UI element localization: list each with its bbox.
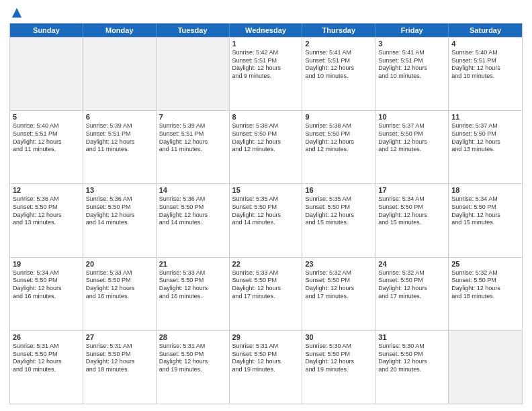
cell-info-line: and 10 minutes. (305, 73, 372, 81)
day-number: 4 (451, 40, 519, 48)
cell-info-line: Daylight: 12 hours (13, 138, 80, 146)
cell-info-line: Sunrise: 5:39 AM (159, 122, 226, 130)
cell-info-line: Daylight: 12 hours (13, 358, 80, 366)
day-number: 9 (305, 113, 372, 121)
cell-info-line: and 17 minutes. (378, 293, 445, 301)
day-number: 30 (305, 333, 372, 341)
day-number: 27 (86, 333, 153, 341)
day-number: 18 (451, 186, 519, 194)
cell-info-line: Sunrise: 5:36 AM (86, 195, 153, 203)
day-cell-29: 29Sunrise: 5:31 AMSunset: 5:50 PMDayligh… (230, 331, 303, 404)
weekday-header-wednesday: Wednesday (230, 24, 303, 37)
day-cell-11: 11Sunrise: 5:37 AMSunset: 5:50 PMDayligh… (449, 111, 522, 183)
day-cell-9: 9Sunrise: 5:38 AMSunset: 5:50 PMDaylight… (302, 111, 375, 183)
cell-info-line: and 18 minutes. (13, 366, 80, 374)
day-number: 15 (232, 186, 300, 194)
cell-info-line: and 14 minutes. (86, 219, 153, 227)
cell-info-line: Daylight: 12 hours (232, 358, 300, 366)
cell-info-line: Sunset: 5:50 PM (159, 351, 226, 359)
cell-info-line: Sunset: 5:50 PM (451, 203, 519, 212)
cell-info-line: Sunrise: 5:33 AM (159, 269, 226, 277)
cell-info-line: Sunrise: 5:32 AM (378, 269, 445, 277)
cell-info-line: Sunset: 5:50 PM (232, 277, 300, 285)
cell-info-line: Daylight: 12 hours (451, 138, 519, 146)
cell-info-line: and 13 minutes. (451, 146, 519, 154)
day-cell-6: 6Sunrise: 5:39 AMSunset: 5:51 PMDaylight… (83, 111, 157, 183)
calendar-row-3: 19Sunrise: 5:34 AMSunset: 5:50 PMDayligh… (10, 257, 522, 330)
day-number: 22 (232, 260, 300, 268)
cell-info-line: and 12 minutes. (232, 146, 300, 154)
cell-info-line: Sunrise: 5:30 AM (305, 342, 372, 351)
cell-info-line: Sunrise: 5:34 AM (451, 195, 519, 203)
cell-info-line: Sunset: 5:50 PM (378, 203, 445, 212)
cell-info-line: and 11 minutes. (159, 146, 226, 154)
cell-info-line: Daylight: 12 hours (305, 358, 372, 366)
cell-info-line: Daylight: 12 hours (378, 212, 445, 220)
weekday-header-friday: Friday (375, 24, 449, 37)
cell-info-line: Sunrise: 5:35 AM (232, 195, 300, 203)
day-cell-4: 4Sunrise: 5:40 AMSunset: 5:51 PMDaylight… (449, 38, 522, 110)
cell-info-line: Daylight: 12 hours (86, 212, 153, 220)
day-cell-1: 1Sunrise: 5:42 AMSunset: 5:51 PMDaylight… (230, 38, 303, 110)
cell-info-line: Daylight: 12 hours (378, 285, 445, 293)
day-cell-25: 25Sunrise: 5:32 AMSunset: 5:50 PMDayligh… (449, 258, 522, 330)
cell-info-line: and 18 minutes. (86, 366, 153, 374)
cell-info-line: and 19 minutes. (232, 366, 300, 374)
cell-info-line: and 15 minutes. (378, 219, 445, 227)
day-number: 13 (86, 186, 153, 194)
cell-info-line: and 11 minutes. (86, 146, 153, 154)
cell-info-line: and 16 minutes. (159, 293, 226, 301)
cell-info-line: Sunrise: 5:31 AM (159, 342, 226, 351)
day-cell-18: 18Sunrise: 5:34 AMSunset: 5:50 PMDayligh… (449, 184, 522, 257)
cell-info-line: Sunrise: 5:32 AM (451, 269, 519, 277)
cell-info-line: Sunset: 5:51 PM (232, 57, 300, 65)
cell-info-line: Daylight: 12 hours (159, 285, 226, 293)
day-cell-3: 3Sunrise: 5:41 AMSunset: 5:51 PMDaylight… (375, 38, 449, 110)
cell-info-line: Sunset: 5:50 PM (13, 277, 80, 285)
day-number: 3 (378, 40, 445, 48)
cell-info-line: Daylight: 12 hours (378, 138, 445, 146)
empty-cell-0-0 (10, 38, 83, 110)
calendar-row-4: 26Sunrise: 5:31 AMSunset: 5:50 PMDayligh… (10, 330, 522, 404)
cell-info-line: and 10 minutes. (451, 73, 519, 81)
day-number: 12 (13, 186, 80, 194)
cell-info-line: Sunset: 5:51 PM (378, 57, 445, 65)
day-cell-12: 12Sunrise: 5:36 AMSunset: 5:50 PMDayligh… (10, 184, 83, 257)
cell-info-line: and 9 minutes. (232, 73, 300, 81)
day-number: 11 (451, 113, 519, 121)
cell-info-line: Sunrise: 5:33 AM (232, 269, 300, 277)
empty-cell-4-6 (449, 331, 522, 404)
day-number: 7 (159, 113, 226, 121)
day-cell-21: 21Sunrise: 5:33 AMSunset: 5:50 PMDayligh… (157, 258, 230, 330)
cell-info-line: and 13 minutes. (13, 219, 80, 227)
cell-info-line: Sunrise: 5:36 AM (159, 195, 226, 203)
day-number: 8 (232, 113, 300, 121)
day-cell-27: 27Sunrise: 5:31 AMSunset: 5:50 PMDayligh… (83, 331, 157, 404)
day-number: 17 (378, 186, 445, 194)
cell-info-line: Daylight: 12 hours (86, 358, 153, 366)
cell-info-line: and 11 minutes. (13, 146, 80, 154)
logo-icon (11, 7, 23, 19)
cell-info-line: Daylight: 12 hours (159, 358, 226, 366)
empty-cell-0-1 (83, 38, 157, 110)
day-number: 25 (451, 260, 519, 268)
day-number: 16 (305, 186, 372, 194)
cell-info-line: Sunset: 5:50 PM (13, 203, 80, 212)
cell-info-line: Sunrise: 5:31 AM (13, 342, 80, 351)
cell-info-line: and 19 minutes. (305, 366, 372, 374)
cell-info-line: and 17 minutes. (305, 293, 372, 301)
cell-info-line: Daylight: 12 hours (305, 212, 372, 220)
day-number: 26 (13, 333, 80, 341)
cell-info-line: Sunset: 5:50 PM (305, 351, 372, 359)
cell-info-line: Sunset: 5:51 PM (86, 130, 153, 138)
cell-info-line: and 14 minutes. (159, 219, 226, 227)
cell-info-line: Daylight: 12 hours (451, 285, 519, 293)
cell-info-line: Sunset: 5:50 PM (159, 277, 226, 285)
cell-info-line: Sunrise: 5:40 AM (13, 122, 80, 130)
cell-info-line: Sunrise: 5:35 AM (305, 195, 372, 203)
cell-info-line: Daylight: 12 hours (305, 64, 372, 73)
day-cell-17: 17Sunrise: 5:34 AMSunset: 5:50 PMDayligh… (375, 184, 449, 257)
cell-info-line: Sunset: 5:51 PM (159, 130, 226, 138)
cell-info-line: Sunrise: 5:41 AM (305, 49, 372, 57)
cell-info-line: Sunrise: 5:31 AM (232, 342, 300, 351)
